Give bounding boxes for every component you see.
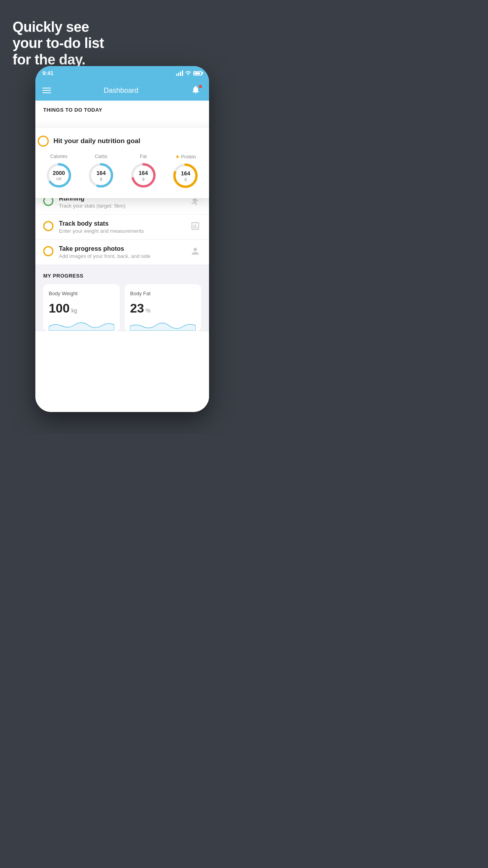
progress-section: MY PROGRESS Body Weight 100 kg xyxy=(35,265,209,331)
body-stats-text: Track body stats Enter your weight and m… xyxy=(59,220,184,234)
nutrition-row: Calories 2000 cal xyxy=(38,154,207,189)
fat-ring: 164 g xyxy=(130,162,157,189)
body-stats-title: Track body stats xyxy=(59,220,184,227)
protein-label-row: ★ Protein xyxy=(175,154,196,160)
protein-ring: 164 g xyxy=(172,162,199,189)
phone-content: THINGS TO DO TODAY Hit your daily nutrit… xyxy=(35,101,209,412)
signal-icon xyxy=(176,70,183,76)
menu-button[interactable] xyxy=(42,88,51,93)
body-weight-wave xyxy=(49,319,114,331)
fat-label: Fat xyxy=(140,154,147,159)
body-fat-value-row: 23 % xyxy=(130,301,196,316)
body-weight-value-row: 100 kg xyxy=(49,301,114,316)
body-weight-title: Body Weight xyxy=(49,291,114,296)
progress-header: MY PROGRESS xyxy=(43,273,201,279)
fat-unit: g xyxy=(139,176,148,181)
protein-label: Protein xyxy=(181,154,196,160)
running-subtitle: Track your stats (target: 5km) xyxy=(59,203,184,209)
carbs-unit: g xyxy=(97,176,106,181)
body-fat-unit: % xyxy=(146,307,150,314)
status-time: 9:41 xyxy=(42,70,53,76)
nutrition-check-circle[interactable] xyxy=(38,136,49,147)
nutrition-card-title: Hit your daily nutrition goal xyxy=(53,137,140,145)
progress-cards: Body Weight 100 kg Body Fat 23 xyxy=(43,284,201,331)
carbs-ring: 164 g xyxy=(87,162,115,189)
photos-subtitle: Add images of your front, back, and side xyxy=(59,253,184,259)
status-bar: 9:41 xyxy=(35,66,209,80)
nav-bar: Dashboard xyxy=(35,80,209,101)
hero-line1: Quickly see xyxy=(13,19,89,35)
carbs-label: Carbs xyxy=(95,154,107,159)
status-icons xyxy=(176,70,202,76)
protein-unit: g xyxy=(181,177,190,181)
body-fat-wave xyxy=(130,319,196,331)
fat-value: 164 xyxy=(139,170,148,177)
todo-list: Running Track your stats (target: 5km) T… xyxy=(35,189,209,265)
scale-icon xyxy=(189,220,201,232)
body-stats-subtitle: Enter your weight and measurements xyxy=(59,228,184,234)
photos-check[interactable] xyxy=(43,246,53,256)
body-stats-check[interactable] xyxy=(43,221,53,231)
body-weight-unit: kg xyxy=(71,307,77,314)
notification-button[interactable] xyxy=(191,85,202,96)
nutrition-calories: Calories 2000 cal xyxy=(45,154,73,189)
nutrition-protein: ★ Protein 164 g xyxy=(172,154,199,189)
calories-label: Calories xyxy=(50,154,68,159)
photos-title: Take progress photos xyxy=(59,245,184,252)
calories-ring: 2000 cal xyxy=(45,162,73,189)
photos-text: Take progress photos Add images of your … xyxy=(59,245,184,259)
nutrition-carbs: Carbs 164 g xyxy=(87,154,115,189)
nav-title: Dashboard xyxy=(104,86,138,95)
notification-badge xyxy=(199,85,202,88)
carbs-value: 164 xyxy=(97,170,106,177)
body-weight-card[interactable]: Body Weight 100 kg xyxy=(43,284,120,331)
body-fat-number: 23 xyxy=(130,301,144,316)
body-fat-title: Body Fat xyxy=(130,291,196,296)
hero-line2: your to-do list xyxy=(13,35,104,51)
hero-line3: for the day. xyxy=(13,51,85,68)
person-icon xyxy=(189,245,201,257)
star-icon: ★ xyxy=(175,154,180,160)
protein-value: 164 xyxy=(181,170,190,177)
todo-item-body-stats[interactable]: Track body stats Enter your weight and m… xyxy=(35,215,209,240)
things-header: THINGS TO DO TODAY xyxy=(35,101,209,117)
battery-icon xyxy=(193,71,202,75)
body-weight-number: 100 xyxy=(49,301,70,316)
phone-frame: 9:41 Dashboard xyxy=(35,66,209,412)
nutrition-card: Hit your daily nutrition goal Calories xyxy=(35,128,209,198)
todo-item-photos[interactable]: Take progress photos Add images of your … xyxy=(35,240,209,265)
wifi-icon xyxy=(185,70,191,76)
calories-value: 2000 xyxy=(53,170,65,177)
body-fat-card[interactable]: Body Fat 23 % xyxy=(125,284,201,331)
calories-unit: cal xyxy=(53,176,65,181)
nutrition-fat: Fat 164 g xyxy=(130,154,157,189)
hero-heading: Quickly see your to-do list for the day. xyxy=(13,19,104,68)
